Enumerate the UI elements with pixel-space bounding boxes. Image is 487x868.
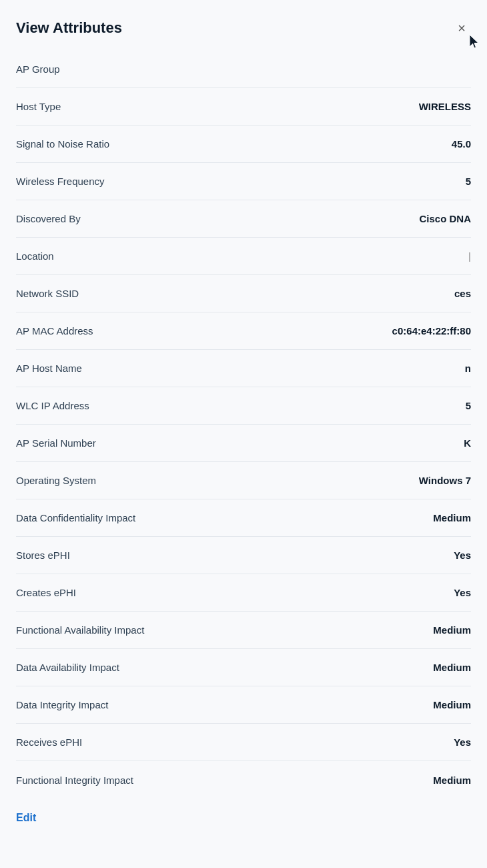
attribute-value: WIRELESS bbox=[419, 101, 471, 112]
attribute-row: AP Host Namen bbox=[16, 350, 471, 387]
attribute-label: AP Group bbox=[16, 63, 60, 75]
attribute-label: Receives ePHI bbox=[16, 736, 82, 748]
attribute-label: Host Type bbox=[16, 101, 61, 112]
attribute-label: Discovered By bbox=[16, 213, 81, 224]
attribute-value: Medium bbox=[433, 699, 471, 710]
attribute-row: Receives ePHIYes bbox=[16, 724, 471, 761]
attribute-value: n bbox=[465, 363, 471, 374]
attribute-value: Medium bbox=[433, 662, 471, 673]
attribute-label: AP MAC Address bbox=[16, 325, 93, 337]
attribute-row: Functional Integrity ImpactMedium bbox=[16, 761, 471, 799]
edit-button[interactable]: Edit bbox=[16, 812, 36, 824]
attribute-row: Creates ePHIYes bbox=[16, 574, 471, 612]
attribute-row: Data Confidentiality ImpactMedium bbox=[16, 499, 471, 537]
attribute-row: Functional Availability ImpactMedium bbox=[16, 612, 471, 649]
attribute-value: 45.0 bbox=[452, 138, 471, 150]
attribute-row: AP MAC Addressc0:64:e4:22:ff:80 bbox=[16, 312, 471, 350]
attribute-value: 5 bbox=[466, 400, 471, 411]
attribute-label: Data Integrity Impact bbox=[16, 699, 108, 710]
attribute-value: Windows 7 bbox=[419, 475, 471, 486]
attribute-label: AP Host Name bbox=[16, 363, 82, 374]
attribute-value: 5 bbox=[466, 176, 471, 187]
attribute-value: c0:64:e4:22:ff:80 bbox=[392, 325, 471, 337]
attribute-label: Functional Integrity Impact bbox=[16, 775, 133, 786]
attribute-row: Location| bbox=[16, 238, 471, 275]
attribute-label: AP Serial Number bbox=[16, 437, 96, 449]
attribute-row: Data Integrity ImpactMedium bbox=[16, 686, 471, 724]
attribute-row: Operating SystemWindows 7 bbox=[16, 462, 471, 499]
attribute-label: Signal to Noise Ratio bbox=[16, 138, 109, 150]
attribute-value: Medium bbox=[433, 624, 471, 636]
attribute-value: Yes bbox=[454, 550, 471, 561]
panel-footer: Edit bbox=[0, 799, 487, 835]
attribute-row: AP Serial NumberK bbox=[16, 425, 471, 462]
attribute-label: Operating System bbox=[16, 475, 96, 486]
attribute-value: Medium bbox=[433, 512, 471, 523]
attribute-row: Host TypeWIRELESS bbox=[16, 88, 471, 126]
attribute-label: WLC IP Address bbox=[16, 400, 89, 411]
attribute-label: Stores ePHI bbox=[16, 550, 70, 561]
panel-header: View Attributes × bbox=[0, 0, 487, 51]
attribute-label: Data Availability Impact bbox=[16, 662, 119, 673]
attributes-list: AP GroupHost TypeWIRELESSSignal to Noise… bbox=[0, 51, 487, 799]
attribute-value: Cisco DNA bbox=[419, 213, 471, 224]
attribute-label: Data Confidentiality Impact bbox=[16, 512, 135, 523]
attribute-label: Creates ePHI bbox=[16, 587, 76, 598]
attribute-label: Network SSID bbox=[16, 288, 79, 299]
attribute-label: Functional Availability Impact bbox=[16, 624, 144, 636]
panel-title: View Attributes bbox=[16, 19, 122, 37]
attribute-value: K bbox=[464, 437, 471, 449]
attribute-row: Stores ePHIYes bbox=[16, 537, 471, 574]
attribute-label: Location bbox=[16, 250, 54, 262]
attribute-value: Yes bbox=[454, 736, 471, 748]
attribute-row: AP Group bbox=[16, 51, 471, 88]
attribute-label: Wireless Frequency bbox=[16, 176, 105, 187]
attribute-row: Discovered ByCisco DNA bbox=[16, 200, 471, 238]
attribute-row: Network SSIDces bbox=[16, 275, 471, 312]
attribute-value: Medium bbox=[433, 775, 471, 786]
view-attributes-panel: View Attributes × AP GroupHost TypeWIREL… bbox=[0, 0, 487, 868]
close-button[interactable]: × bbox=[452, 19, 471, 37]
attribute-row: Wireless Frequency5 bbox=[16, 163, 471, 200]
attribute-row: Signal to Noise Ratio45.0 bbox=[16, 126, 471, 163]
attribute-row: Data Availability ImpactMedium bbox=[16, 649, 471, 686]
attribute-value: Yes bbox=[454, 587, 471, 598]
attribute-row: WLC IP Address5 bbox=[16, 387, 471, 425]
attribute-value: | bbox=[468, 250, 471, 262]
attribute-value: ces bbox=[454, 288, 471, 299]
